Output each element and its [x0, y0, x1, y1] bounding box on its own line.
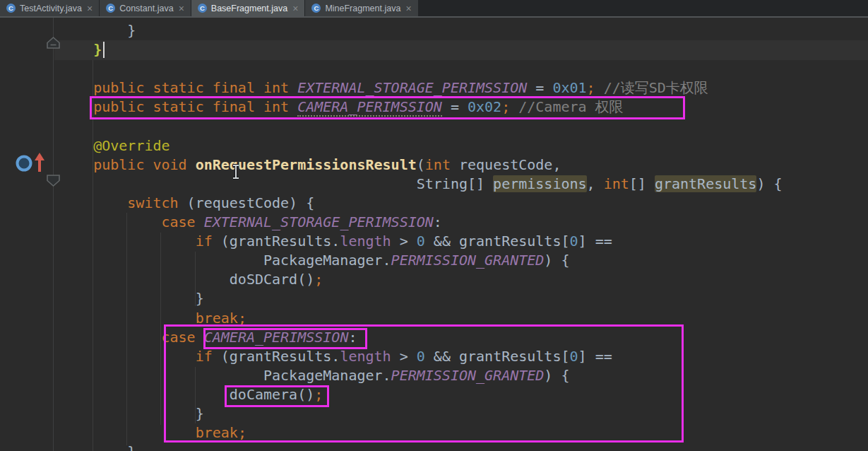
tab-basefragment-java[interactable]: CBaseFragment.java× [191, 0, 305, 16]
code-token: PERMISSION_GRANTED [391, 367, 545, 384]
ide-editor-window: CTestActivity.java×CConstant.java×CBaseF… [0, 0, 868, 451]
java-class-icon: C [311, 4, 321, 13]
code-token: ) { [756, 175, 782, 192]
code-line-8[interactable]: String[] permissions, int[] grantResults… [59, 175, 783, 194]
tab-close-icon[interactable]: × [405, 4, 411, 13]
code-token: public void [93, 156, 196, 173]
code-token: ) { [544, 367, 569, 384]
code-token: ; [314, 271, 323, 288]
tab-label: TestActivity.java [20, 4, 82, 13]
tab-close-icon[interactable]: × [179, 4, 184, 13]
tab-label: Constant.java [119, 4, 173, 13]
code-token: && grantResults[ [425, 348, 570, 365]
code-line-6[interactable]: @Override [59, 136, 170, 156]
code-token: ] == [578, 348, 612, 365]
code-token: (grantResults. [213, 348, 340, 365]
tab-testactivity-java[interactable]: CTestActivity.java× [0, 0, 99, 16]
code-token: PackageManager. [263, 367, 391, 384]
java-class-icon: C [198, 4, 207, 13]
code-line-20[interactable]: } [59, 404, 204, 423]
tab-minefragment-java[interactable]: CMineFragment.java× [305, 0, 417, 16]
code-token: length [340, 348, 391, 365]
code-token: CAMERA_PERIMSSION [297, 98, 442, 117]
code-token: } [93, 41, 102, 58]
fold-expand-marker-icon[interactable] [46, 174, 61, 187]
code-token: switch [127, 194, 178, 211]
code-token: > [391, 233, 417, 250]
code-token: String[] [417, 175, 493, 192]
code-editor[interactable]: } } public static final int EXTERNAL_STO… [0, 18, 868, 451]
code-token: requestCode, [451, 156, 561, 173]
code-token: PERMISSION_GRANTED [391, 252, 545, 269]
editor-tab-bar: CTestActivity.java×CConstant.java×CBaseF… [0, 0, 868, 18]
code-token: doSDCard() [230, 271, 314, 288]
java-class-icon: C [106, 4, 115, 13]
code-line-10[interactable]: case EXTERNAL_STORAGE_PERIMSSION: [59, 213, 442, 232]
code-token: (requestCode) { [179, 194, 315, 211]
code-line-17[interactable]: if (grantResults.length > 0 && grantResu… [59, 347, 612, 366]
code-token: //Camera 权限 [510, 98, 623, 115]
code-line-4[interactable]: public static final int CAMERA_PERIMSSIO… [59, 98, 624, 117]
code-line-7[interactable]: public void onRequestPermissionsResult(i… [59, 156, 561, 175]
code-line-18[interactable]: PackageManager.PERMISSION_GRANTED) { [59, 366, 569, 385]
code-token: ; [501, 98, 510, 115]
code-line-22[interactable]: } [59, 443, 136, 451]
code-token: ] == [578, 233, 612, 250]
code-token: //读写SD卡权限 [595, 79, 708, 96]
code-token: int [604, 175, 629, 192]
code-token: = [527, 79, 552, 96]
override-method-icon[interactable] [14, 152, 49, 175]
code-line-12[interactable]: PackageManager.PERMISSION_GRANTED) { [59, 251, 569, 270]
code-line-21[interactable]: break; [59, 423, 246, 443]
code-token: ( [417, 156, 425, 173]
code-token: } [196, 290, 204, 307]
code-line-14[interactable]: } [59, 289, 204, 308]
code-token: if [196, 233, 213, 250]
tab-label: MineFragment.java [325, 4, 400, 13]
code-token: int [425, 156, 451, 173]
code-token: public static final int [93, 98, 297, 115]
fold-collapse-marker-icon[interactable] [46, 36, 61, 49]
code-line-0[interactable]: } [59, 21, 136, 40]
code-token: onRequestPermissionsResult [196, 156, 417, 173]
code-token: , [587, 175, 604, 192]
code-token: EXTERNAL_STORAGE_PERIMSSION [297, 79, 527, 98]
caret-line-highlight [54, 40, 868, 60]
code-line-9[interactable]: switch (requestCode) { [59, 194, 314, 213]
code-token: doCamera() [230, 386, 314, 403]
code-line-13[interactable]: doSDCard(); [59, 270, 323, 289]
tab-close-icon[interactable]: × [292, 4, 298, 13]
code-line-19[interactable]: doCamera(); [59, 385, 323, 404]
code-token: > [391, 348, 417, 365]
code-line-16[interactable]: case CAMERA_PERIMSSION: [59, 328, 357, 347]
code-token: break [196, 424, 238, 441]
java-class-icon: C [6, 4, 16, 13]
code-token: 0 [417, 233, 425, 250]
code-token: length [340, 233, 391, 250]
code-token: [] [629, 175, 655, 192]
editor-gutter [0, 18, 54, 451]
code-token: 0 [417, 348, 425, 365]
code-line-15[interactable]: break; [59, 309, 246, 328]
code-line-11[interactable]: if (grantResults.length > 0 && grantResu… [59, 232, 612, 251]
code-token: ) { [544, 252, 569, 269]
code-token: 0 [570, 233, 578, 250]
tab-close-icon[interactable]: × [87, 4, 93, 13]
code-token: && grantResults[ [425, 233, 570, 250]
code-token: = [442, 98, 468, 115]
code-token: @Override [93, 137, 170, 154]
code-token: if [196, 348, 213, 365]
tab-constant-java[interactable]: CConstant.java× [100, 0, 191, 16]
code-token: EXTERNAL_STORAGE_PERIMSSION [204, 213, 434, 230]
code-token: ; [238, 310, 246, 327]
code-token: grantResults [655, 175, 757, 192]
code-token: : [348, 329, 357, 346]
code-token: case [162, 213, 204, 230]
code-token: } [127, 443, 136, 451]
code-token: PackageManager. [263, 252, 391, 269]
code-line-1[interactable]: } [59, 40, 102, 59]
code-token: 0x01 [552, 79, 586, 96]
code-line-3[interactable]: public static final int EXTERNAL_STORAGE… [59, 78, 708, 98]
code-token: } [127, 22, 136, 39]
code-token: CAMERA_PERIMSSION [204, 329, 349, 346]
